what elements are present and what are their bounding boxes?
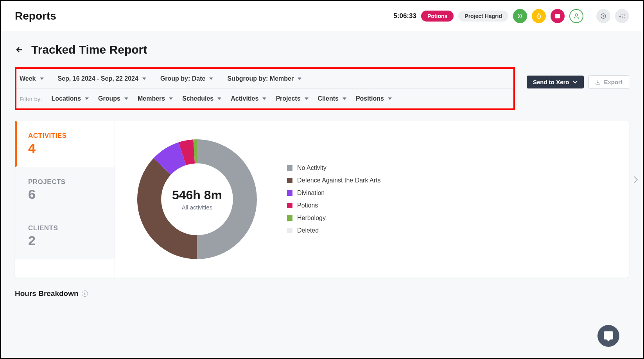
swatch (287, 178, 292, 183)
settings-button[interactable] (615, 9, 629, 23)
filter-groups[interactable]: Groups (98, 95, 128, 102)
period-label: Week (20, 75, 36, 82)
chevron-down-icon (262, 97, 266, 100)
donut-chart: 546h 8m All activities (131, 133, 264, 266)
group-by-dropdown[interactable]: Group by: Date (160, 75, 213, 82)
svg-point-0 (537, 15, 540, 18)
page-title: Tracked Time Report (31, 43, 147, 56)
tab-label: CLIENTS (28, 224, 101, 232)
export-button[interactable]: Export (588, 75, 629, 89)
divider (590, 10, 590, 22)
legend-item-herbology: Herbology (287, 215, 380, 222)
chevron-down-icon (298, 78, 301, 80)
date-range-label: Sep, 16 2024 - Sep, 22 2024 (58, 75, 138, 82)
side-expand-arrow[interactable] (633, 176, 638, 184)
chevron-down-icon (85, 97, 89, 100)
export-label: Export (604, 79, 622, 85)
chevron-down-icon (124, 97, 128, 100)
filter-by-label: Filter by: (20, 96, 42, 102)
timer: 5:06:33 (393, 12, 416, 20)
swatch (287, 165, 292, 171)
send-to-xero-button[interactable]: Send to Xero (527, 76, 584, 88)
summary-card: ACTIVITIES 4 PROJECTS 6 CLIENTS 2 546h 8… (15, 121, 629, 278)
subgroup-by-dropdown[interactable]: Subgroup by: Member (227, 75, 301, 82)
swatch (287, 203, 292, 208)
swatch (287, 215, 292, 221)
chevron-down-icon (388, 97, 392, 100)
tab-label: PROJECTS (28, 178, 101, 186)
tab-clients[interactable]: CLIENTS 2 (15, 213, 115, 259)
filter-projects[interactable]: Projects (276, 95, 308, 102)
chevron-down-icon (169, 97, 173, 100)
date-range-dropdown[interactable]: Sep, 16 2024 - Sep, 22 2024 (58, 75, 146, 82)
legend-item-potions: Potions (287, 202, 380, 209)
tab-label: ACTIVITIES (28, 132, 101, 140)
tabs: ACTIVITIES 4 PROJECTS 6 CLIENTS 2 (15, 121, 115, 278)
chevron-down-icon (573, 81, 578, 84)
filter-clients[interactable]: Clients (318, 95, 346, 102)
chart-subtitle: All activities (172, 204, 222, 211)
chevron-down-icon (217, 97, 221, 100)
chevron-down-icon (343, 97, 346, 100)
legend-item-divination: Divination (287, 189, 380, 197)
tab-projects[interactable]: PROJECTS 6 (15, 167, 115, 213)
chevron-down-icon (142, 78, 146, 80)
tab-count: 4 (28, 141, 101, 156)
back-arrow-icon[interactable] (15, 45, 24, 54)
filter-schedules[interactable]: Schedules (182, 95, 221, 102)
chevron-down-icon (40, 78, 44, 80)
tab-activities[interactable]: ACTIVITIES 4 (15, 121, 115, 167)
page-heading: Reports (15, 10, 56, 22)
filter-positions[interactable]: Positions (356, 95, 392, 102)
chart-area: 546h 8m All activities No Activity Defen… (115, 121, 629, 278)
stop-button[interactable] (551, 9, 565, 23)
tab-count: 6 (28, 187, 101, 202)
chart-legend: No Activity Defence Against the Dark Art… (287, 164, 380, 234)
chat-widget[interactable] (597, 325, 619, 347)
filter-activities[interactable]: Activities (231, 95, 266, 102)
project-tag[interactable]: Project Hagrid (458, 11, 508, 22)
filter-locations[interactable]: Locations (52, 95, 89, 102)
filters-panel-highlight: Week Sep, 16 2024 - Sep, 22 2024 Group b… (15, 67, 515, 110)
swatch (287, 228, 292, 233)
tab-count: 2 (28, 233, 101, 248)
svg-point-2 (575, 14, 578, 16)
chart-total: 546h 8m (172, 188, 222, 202)
app-header: Reports 5:06:33 Potions Project Hagrid (1, 1, 643, 31)
chevron-down-icon (305, 97, 309, 100)
hours-breakdown-heading: Hours Breakdown i (15, 289, 629, 298)
help-button[interactable] (596, 9, 610, 23)
chevron-down-icon (209, 78, 213, 80)
main-content: Tracked Time Report Week Sep, 16 2024 - … (1, 31, 643, 357)
subgroup-by-label: Subgroup by: Member (227, 75, 294, 82)
activity-tag[interactable]: Potions (421, 11, 454, 22)
info-icon[interactable]: i (82, 290, 88, 297)
download-icon (595, 79, 601, 85)
send-to-xero-label: Send to Xero (533, 79, 569, 85)
legend-item-deleted: Deleted (287, 227, 380, 234)
period-dropdown[interactable]: Week (20, 75, 44, 82)
group-by-label: Group by: Date (160, 75, 206, 82)
user-button[interactable] (569, 9, 583, 23)
filter-members[interactable]: Members (138, 95, 173, 102)
timer-button[interactable] (532, 9, 546, 23)
legend-item-defence: Defence Against the Dark Arts (287, 177, 380, 184)
svg-rect-1 (555, 14, 560, 18)
legend-item-no-activity: No Activity (287, 164, 380, 171)
swatch (287, 190, 292, 196)
play-button[interactable] (513, 9, 527, 23)
